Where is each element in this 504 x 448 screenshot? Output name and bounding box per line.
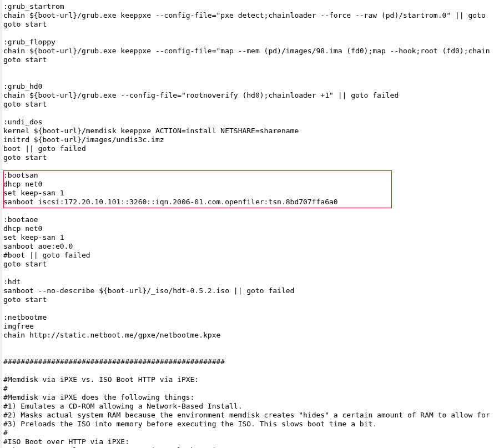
code-block: :grub_startrom chain ${boot-url}/grub.ex…: [3, 2, 504, 448]
scrollbar-left-edge: [0, 0, 2, 448]
document-page: :grub_startrom chain ${boot-url}/grub.ex…: [0, 0, 504, 448]
highlight-box: [3, 170, 392, 208]
